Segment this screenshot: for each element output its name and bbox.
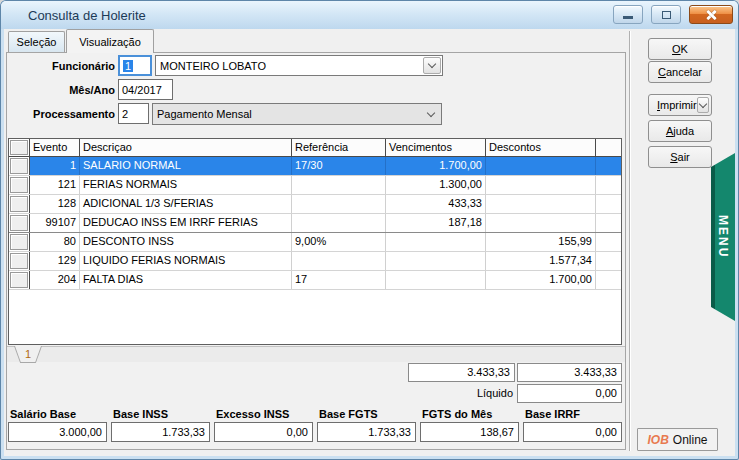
- cell-descontos[interactable]: 1.577,34: [486, 252, 596, 270]
- cell-evento[interactable]: 128: [30, 195, 80, 213]
- cell-descontos[interactable]: [486, 176, 596, 194]
- cancelar-button-label: Cancelar: [658, 66, 702, 78]
- cell-descontos[interactable]: [486, 214, 596, 232]
- mes-ano-input[interactable]: 04/2017: [118, 79, 173, 100]
- row-selector[interactable]: [9, 195, 30, 213]
- close-icon: [705, 9, 717, 21]
- grid-page-tab-label: 1: [15, 346, 41, 362]
- cell-descontos[interactable]: [486, 195, 596, 213]
- table-row[interactable]: 99107 DEDUCAO INSS EM IRRF FERIAS 187,18: [9, 214, 621, 233]
- cell-descricao[interactable]: FALTA DIAS: [80, 271, 292, 289]
- menu-side-tab[interactable]: MENU: [711, 153, 735, 321]
- liquido-label: Líquido: [420, 387, 513, 399]
- cell-descricao[interactable]: DEDUCAO INSS EM IRRF FERIAS: [80, 214, 292, 232]
- cell-vencimentos[interactable]: [386, 252, 486, 270]
- row-selector[interactable]: [9, 176, 30, 194]
- cell-evento[interactable]: 80: [30, 233, 80, 251]
- tab-visualizacao[interactable]: Visualização: [66, 29, 154, 53]
- cell-filler: [596, 176, 621, 194]
- row-selector[interactable]: [9, 271, 30, 289]
- funcionario-combobox[interactable]: MONTEIRO LOBATO: [155, 55, 443, 76]
- salario-base-label: Salário Base: [10, 408, 76, 420]
- minimize-button[interactable]: [613, 5, 643, 24]
- cell-evento[interactable]: 121: [30, 176, 80, 194]
- row-selector[interactable]: [9, 233, 30, 251]
- funcionario-code-input[interactable]: 1: [118, 55, 152, 76]
- table-row[interactable]: 204 FALTA DIAS 17 1.700,00: [9, 271, 621, 290]
- row-selector[interactable]: [9, 252, 30, 270]
- cancelar-button[interactable]: Cancelar: [648, 61, 712, 83]
- cell-referencia[interactable]: 17: [292, 271, 386, 289]
- cell-referencia[interactable]: [292, 252, 386, 270]
- column-header-referencia: Referência: [292, 139, 386, 156]
- cell-filler: [596, 252, 621, 270]
- maximize-icon: [662, 11, 671, 19]
- ajuda-button-label: Ajuda: [666, 125, 694, 137]
- cell-referencia[interactable]: 9,00%: [292, 233, 386, 251]
- table-row[interactable]: 80 DESCONTO INSS 9,00% 155,99: [9, 233, 621, 252]
- cell-filler: [596, 233, 621, 251]
- grid-page-strip: 1: [7, 346, 625, 362]
- cell-descricao[interactable]: ADICIONAL 1/3 S/FERIAS: [80, 195, 292, 213]
- excesso-inss-box: 0,00: [214, 422, 313, 442]
- base-fgts-label: Base FGTS: [319, 408, 378, 420]
- cell-descricao[interactable]: DESCONTO INSS: [80, 233, 292, 251]
- window-title: Consulta de Holerite: [28, 8, 146, 23]
- column-header-descricao: Descriçao: [80, 139, 292, 156]
- sair-button[interactable]: Sair: [648, 146, 712, 168]
- row-selector[interactable]: [9, 157, 30, 175]
- cell-vencimentos[interactable]: 433,33: [386, 195, 486, 213]
- processamento-combobox[interactable]: Pagamento Mensal: [152, 103, 442, 125]
- iob-online-button[interactable]: IOB Online: [637, 428, 718, 451]
- funcionario-dropdown-button[interactable]: [423, 57, 441, 74]
- close-button[interactable]: [689, 5, 733, 24]
- cell-vencimentos[interactable]: 187,18: [386, 214, 486, 232]
- fgts-do-mes-label: FGTS do Mês: [422, 408, 492, 420]
- cell-descontos[interactable]: [486, 157, 596, 175]
- cell-filler: [596, 195, 621, 213]
- cell-vencimentos[interactable]: 1.300,00: [386, 176, 486, 194]
- cell-descontos[interactable]: 1.700,00: [486, 271, 596, 289]
- row-selector[interactable]: [9, 214, 30, 232]
- cell-referencia[interactable]: 17/30: [292, 157, 386, 175]
- cell-evento[interactable]: 1: [30, 157, 80, 175]
- cell-evento[interactable]: 99107: [30, 214, 80, 232]
- cell-referencia[interactable]: [292, 176, 386, 194]
- table-row[interactable]: 128 ADICIONAL 1/3 S/FERIAS 433,33: [9, 195, 621, 214]
- liquido-box: 0,00: [517, 384, 622, 403]
- cell-evento[interactable]: 129: [30, 252, 80, 270]
- column-header-descontos: Descontos: [486, 139, 596, 156]
- tab-selecao-label: Seleção: [17, 36, 57, 48]
- cell-evento[interactable]: 204: [30, 271, 80, 289]
- cell-vencimentos[interactable]: 1.700,00: [386, 157, 486, 175]
- menu-side-tab-label: MENU: [716, 215, 730, 258]
- processamento-code-input[interactable]: 2: [118, 103, 149, 124]
- table-row[interactable]: 121 FERIAS NORMAIS 1.300,00: [9, 176, 621, 195]
- mes-ano-value: 04/2017: [122, 84, 162, 96]
- titlebar[interactable]: Consulta de Holerite: [1, 1, 738, 29]
- cell-referencia[interactable]: [292, 214, 386, 232]
- table-row[interactable]: 1 SALARIO NORMAL 17/30 1.700,00: [9, 157, 621, 176]
- cell-vencimentos[interactable]: [386, 271, 486, 289]
- ok-button[interactable]: OK: [648, 38, 712, 60]
- imprimir-button[interactable]: Imprimir: [648, 94, 712, 116]
- cell-descricao[interactable]: FERIAS NORMAIS: [80, 176, 292, 194]
- funcionario-label: Funcionário: [8, 60, 115, 72]
- maximize-button[interactable]: [651, 5, 681, 24]
- cell-referencia[interactable]: [292, 195, 386, 213]
- table-row[interactable]: 129 LIQUIDO FERIAS NORMAIS 1.577,34: [9, 252, 621, 271]
- grid-page-tab-1[interactable]: 1: [14, 346, 42, 363]
- cell-vencimentos[interactable]: [386, 233, 486, 251]
- base-inss-box: 1.733,33: [111, 422, 210, 442]
- iob-logo: IOB: [647, 433, 668, 447]
- ajuda-button[interactable]: Ajuda: [648, 120, 712, 142]
- dialog-window: Consulta de Holerite Seleção Visualizaçã…: [0, 0, 739, 460]
- cell-descricao[interactable]: LIQUIDO FERIAS NORMAIS: [80, 252, 292, 270]
- imprimir-dropdown-button[interactable]: [697, 97, 709, 113]
- funcionario-code-value: 1: [123, 60, 133, 72]
- total-descontos-box: 3.433,33: [517, 363, 622, 382]
- cell-descontos[interactable]: 155,99: [486, 233, 596, 251]
- cell-descricao[interactable]: SALARIO NORMAL: [80, 157, 292, 175]
- tab-selecao[interactable]: Seleção: [8, 31, 65, 52]
- processamento-dropdown-button[interactable]: [421, 113, 441, 116]
